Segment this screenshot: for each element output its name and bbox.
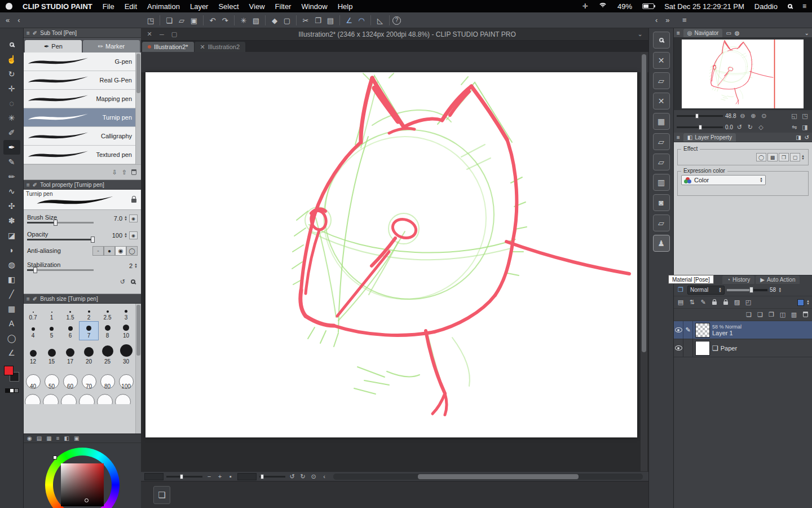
control-center-icon[interactable]: ≡: [802, 2, 806, 10]
snap-to-special-ruler-icon[interactable]: ◠: [355, 15, 368, 26]
menu-layer[interactable]: Layer: [190, 2, 209, 11]
size-option[interactable]: 17: [61, 340, 80, 366]
fill-command-icon[interactable]: ◆: [268, 15, 281, 26]
redo-icon[interactable]: ↷: [219, 15, 231, 26]
brush-size-dynamics-button[interactable]: ◉: [129, 214, 138, 222]
layer-color-button[interactable]: [797, 299, 804, 306]
rotation-slider[interactable]: [259, 476, 285, 478]
layer1-visibility-icon[interactable]: [675, 327, 682, 332]
history-tab[interactable]: ◔ History: [722, 275, 754, 284]
effect-layer-color-button[interactable]: ❐: [779, 153, 789, 161]
material-pose-icon[interactable]: ♟: [653, 235, 670, 252]
enable-mask-icon[interactable]: ▨: [732, 299, 742, 306]
material-canvas-icon[interactable]: ✕: [653, 52, 670, 69]
size-option[interactable]: 15: [42, 340, 61, 366]
canvas-paper[interactable]: [145, 72, 637, 437]
expression-color-dropdown[interactable]: Color ▲▼: [681, 175, 766, 185]
battery-icon[interactable]: [642, 3, 654, 9]
nav-full-icon[interactable]: ◳: [801, 112, 809, 120]
doc-maximize-button[interactable]: ▢: [170, 30, 178, 38]
snap-to-ruler-icon[interactable]: ∠: [343, 15, 355, 26]
workspace-icon[interactable]: ◳: [144, 15, 157, 26]
rotate-cw-icon[interactable]: ↻: [299, 473, 307, 480]
saturation-value-box[interactable]: [61, 463, 104, 506]
subtool-item-real-gpen[interactable]: Real G-Pen: [24, 71, 141, 90]
accessibility-icon[interactable]: ✛: [582, 2, 588, 10]
eraser-tool[interactable]: ◪: [3, 228, 20, 243]
wifi-icon[interactable]: [598, 3, 607, 10]
doc-menu-chevron-icon[interactable]: ⌄: [636, 30, 644, 38]
cut-icon[interactable]: ✂: [299, 15, 312, 26]
canvas-viewport[interactable]: [141, 52, 648, 471]
aa-none-button[interactable]: ◦: [92, 246, 104, 256]
material-folder3-icon[interactable]: ▱: [653, 154, 670, 170]
subview-tab-icon[interactable]: ▭: [726, 30, 731, 36]
export-subtool-icon[interactable]: ⇧: [122, 169, 127, 176]
merge-down-icon[interactable]: ◫: [778, 311, 787, 318]
material-folder-icon[interactable]: ▱: [653, 72, 670, 89]
document-tab-active[interactable]: Illustration2*: [142, 42, 194, 52]
auto-select-tool[interactable]: ✳: [3, 111, 20, 125]
apple-menu-icon[interactable]: [6, 3, 12, 10]
navigator-menu-icon[interactable]: ≡: [677, 30, 680, 36]
balloon-tool[interactable]: ◯: [3, 331, 20, 345]
subtool-scrollbar[interactable]: [135, 52, 141, 164]
foreground-color-swatch[interactable]: [4, 366, 14, 375]
zoom-slider[interactable]: [166, 476, 202, 478]
undo-icon[interactable]: ↶: [206, 15, 219, 26]
reset-tool-icon[interactable]: ↺: [120, 278, 125, 286]
size-option[interactable]: 40: [24, 366, 42, 391]
layer-color-stepper[interactable]: ▲▼: [806, 300, 810, 305]
layer-property-tab[interactable]: ◧ Layer Property: [683, 133, 736, 142]
draft-layer-icon[interactable]: ✎: [699, 299, 708, 306]
navigator-preview[interactable]: [674, 38, 812, 110]
layer-property-menu-icon[interactable]: ≡: [677, 134, 680, 141]
deselect-icon[interactable]: ✳: [237, 15, 250, 26]
lock-icon[interactable]: [131, 199, 136, 203]
size-option[interactable]: 1: [42, 304, 61, 322]
layer-row-paper[interactable]: ❏ Paper: [674, 339, 812, 357]
stabilization-slider[interactable]: [27, 269, 94, 271]
layer1-name[interactable]: Layer 1: [712, 330, 742, 336]
size-option[interactable]: 5: [42, 322, 61, 340]
nav-flip-v-icon[interactable]: ◨: [801, 124, 809, 131]
document-tab-inactive[interactable]: ✕ Illustration2: [195, 42, 245, 52]
right-dock-handle-icon[interactable]: ≡: [682, 16, 687, 24]
fill-tool[interactable]: ◍: [3, 257, 20, 272]
material-card-icon[interactable]: ▥: [653, 174, 670, 191]
size-option-selected[interactable]: 7: [80, 322, 98, 340]
subtool-menu-icon[interactable]: ≡: [27, 30, 30, 36]
frame-border-icon[interactable]: ▢: [281, 15, 293, 26]
menubar-clock[interactable]: Sat Dec 25 12:29:21 PM: [664, 2, 744, 11]
reset-rotation-icon[interactable]: ⊙: [310, 473, 317, 480]
subtool-item-gpen[interactable]: G-pen: [24, 52, 141, 71]
approx-color-tab-icon[interactable]: ▣: [74, 435, 79, 441]
selection-tool[interactable]: ◌: [3, 96, 20, 111]
marker-tool[interactable]: ✏: [3, 169, 20, 184]
pencil-tool[interactable]: ✎: [3, 155, 20, 169]
snap-to-grid-icon[interactable]: ◺: [374, 15, 386, 26]
nav-rotate-reset-icon[interactable]: ◇: [757, 124, 765, 131]
open-file-icon[interactable]: ▱: [175, 15, 188, 26]
size-option[interactable]: 3: [117, 304, 135, 322]
expression-color-stepper[interactable]: ▲▼: [760, 177, 763, 183]
layer-property-reset-icon[interactable]: ↺: [805, 134, 809, 141]
frame-tool[interactable]: ▦: [3, 301, 20, 316]
pen-tool[interactable]: ✒: [3, 140, 20, 155]
size-option[interactable]: 4: [24, 322, 42, 340]
menu-view[interactable]: View: [249, 2, 265, 11]
color-slider-tab-icon[interactable]: ▤: [37, 435, 42, 441]
subtool-tab-pen[interactable]: ✒ Pen: [25, 40, 82, 52]
aa-middle-button[interactable]: ◉: [115, 246, 126, 256]
menu-file[interactable]: File: [103, 2, 114, 11]
rotate-ccw-icon[interactable]: ↺: [288, 473, 296, 480]
size-option[interactable]: 6: [61, 322, 80, 340]
size-option[interactable]: 70: [80, 366, 98, 391]
paper-visibility-icon[interactable]: [675, 345, 682, 351]
palette-color-button[interactable]: ❐: [676, 286, 685, 294]
color-history-tab-icon[interactable]: ≡: [56, 435, 60, 441]
invert-selection-icon[interactable]: ▧: [250, 15, 262, 26]
size-option[interactable]: 30: [117, 340, 135, 366]
item-bank-tab-icon[interactable]: ◍: [735, 30, 740, 36]
color-set-tab-icon[interactable]: ▦: [46, 435, 51, 441]
